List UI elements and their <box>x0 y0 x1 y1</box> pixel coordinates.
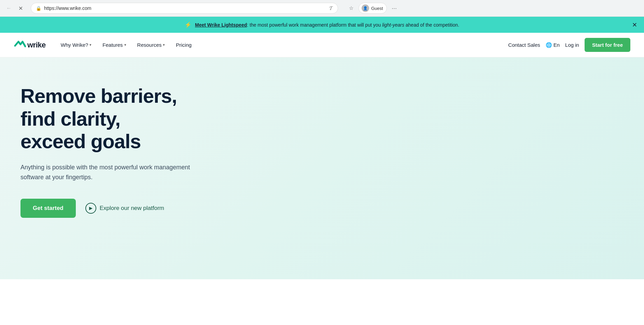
more-options-button[interactable]: ⋯ <box>390 3 399 13</box>
avatar: 👤 <box>362 4 369 12</box>
address-bar-right-icons: 𝓣 <box>329 5 333 11</box>
logo-link[interactable]: wrike <box>14 39 46 51</box>
get-started-button[interactable]: Get started <box>20 199 76 218</box>
nav-links: Why Wrike? ▾ Features ▾ Resources ▾ Pric… <box>56 39 508 51</box>
site-wrapper: ⚡ Meet Wrike Lightspeed: the most powerf… <box>0 17 644 279</box>
nav-item-pricing[interactable]: Pricing <box>171 39 196 51</box>
nav-right: Contact Sales 🌐 En Log in Start for free <box>508 38 630 52</box>
banner-link[interactable]: Meet Wrike Lightspeed <box>195 22 247 28</box>
translate-icon: 𝓣 <box>329 5 333 11</box>
hero-section: Remove barriers, find clarity, exceed go… <box>0 57 644 279</box>
nav-item-features-label: Features <box>102 42 123 48</box>
browser-chrome: ← ✕ 🔒 https://www.wrike.com 𝓣 ☆ 👤 Guest … <box>0 0 644 17</box>
contact-sales-link[interactable]: Contact Sales <box>508 42 540 48</box>
login-button[interactable]: Log in <box>565 42 579 48</box>
close-button[interactable]: ✕ <box>16 3 25 13</box>
play-icon: ▶ <box>85 203 96 214</box>
bookmark-star-icon[interactable]: ☆ <box>346 3 356 13</box>
logo-text: wrike <box>27 41 46 50</box>
hero-headline-line2: find clarity, <box>20 108 120 130</box>
url-text: https://www.wrike.com <box>44 5 326 11</box>
nav-item-features[interactable]: Features ▾ <box>98 39 131 51</box>
globe-icon: 🌐 <box>546 42 552 48</box>
main-navbar: wrike Why Wrike? ▾ Features ▾ Resources … <box>0 33 644 57</box>
nav-item-pricing-label: Pricing <box>176 42 192 48</box>
banner-italic-text: light-years <box>382 22 404 28</box>
browser-nav-buttons: ← ✕ <box>4 3 25 13</box>
user-label: Guest <box>371 6 383 11</box>
chevron-down-icon: ▾ <box>89 43 92 47</box>
banner-text: Meet Wrike Lightspeed: the most powerful… <box>195 22 459 28</box>
address-bar[interactable]: 🔒 https://www.wrike.com 𝓣 <box>31 3 338 14</box>
lightning-icon: ⚡ <box>185 22 192 28</box>
lang-label: En <box>554 42 560 48</box>
explore-platform-label: Explore our new platform <box>100 205 164 212</box>
banner-text-after: ahead of the competition. <box>404 22 459 28</box>
banner-text-before: : the most powerful work management plat… <box>247 22 382 28</box>
hero-headline-line3: exceed goals <box>20 130 141 152</box>
lock-icon: 🔒 <box>36 6 41 11</box>
hero-cta-group: Get started ▶ Explore our new platform <box>20 199 624 218</box>
nav-item-why-wrike-label: Why Wrike? <box>61 42 88 48</box>
nav-item-resources-label: Resources <box>137 42 162 48</box>
nav-item-resources[interactable]: Resources ▾ <box>132 39 170 51</box>
browser-toolbar: ← ✕ 🔒 https://www.wrike.com 𝓣 ☆ 👤 Guest … <box>0 0 644 16</box>
logo-icon <box>14 39 26 51</box>
hero-subtext: Anything is possible with the most power… <box>20 162 198 182</box>
explore-platform-link[interactable]: ▶ Explore our new platform <box>85 203 164 214</box>
banner-close-button[interactable]: ✕ <box>632 22 637 28</box>
browser-right-buttons: ☆ 👤 Guest ⋯ <box>346 3 399 14</box>
chevron-down-icon: ▾ <box>163 43 165 47</box>
back-button[interactable]: ← <box>4 3 14 13</box>
start-for-free-button[interactable]: Start for free <box>585 38 630 52</box>
user-profile-button[interactable]: 👤 Guest <box>359 3 387 14</box>
hero-headline: Remove barriers, find clarity, exceed go… <box>20 85 225 153</box>
announcement-banner: ⚡ Meet Wrike Lightspeed: the most powerf… <box>0 17 644 33</box>
chevron-down-icon: ▾ <box>124 43 126 47</box>
hero-headline-line1: Remove barriers, <box>20 85 177 107</box>
nav-item-why-wrike[interactable]: Why Wrike? ▾ <box>56 39 97 51</box>
language-button[interactable]: 🌐 En <box>546 42 560 48</box>
